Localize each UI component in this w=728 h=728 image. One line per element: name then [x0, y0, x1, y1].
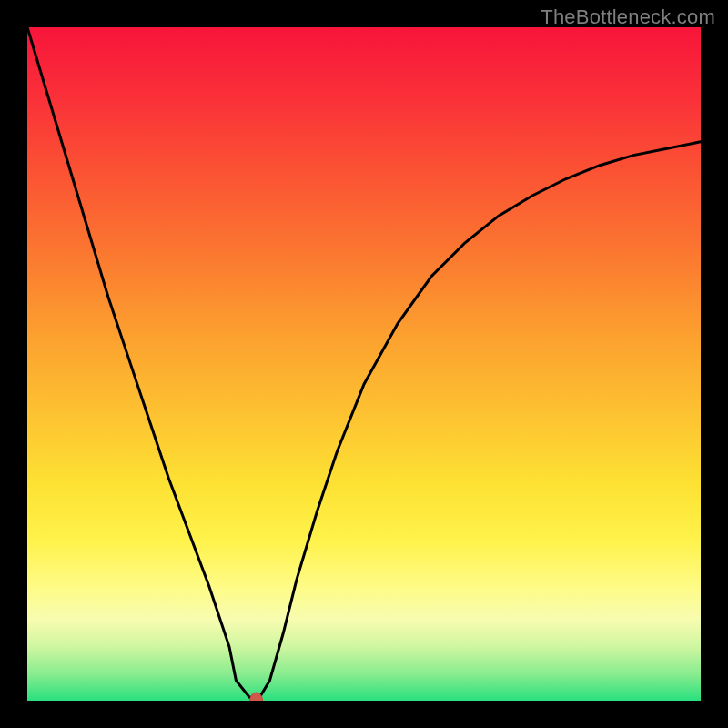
min-point-marker [250, 693, 263, 701]
bottleneck-curve [27, 27, 701, 697]
plot-area [27, 27, 701, 701]
watermark-text: TheBottleneck.com [541, 5, 715, 29]
curve-layer [27, 27, 701, 701]
chart-frame: TheBottleneck.com [0, 0, 728, 728]
